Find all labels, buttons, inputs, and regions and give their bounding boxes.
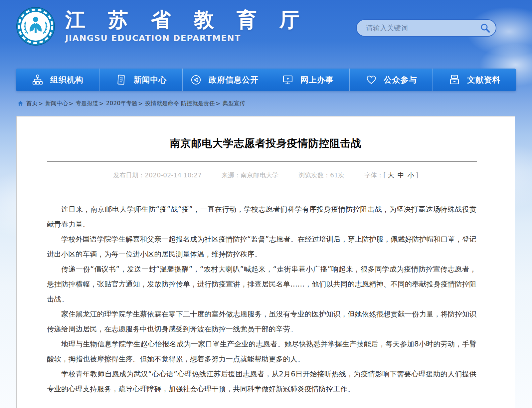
breadcrumb: 首页 > 新闻中心 > 专题报道 > 2020年专题 > 疫情就是命令 防控就是… bbox=[17, 100, 532, 107]
source-value: 南京邮电大学 bbox=[241, 171, 278, 179]
archive-icon bbox=[448, 74, 460, 86]
online-services-icon bbox=[282, 74, 294, 86]
article-title: 南京邮电大学志愿者投身疫情防控阻击战 bbox=[50, 136, 481, 150]
font-size-label: 字体： bbox=[364, 171, 383, 179]
nav-item-gov-info-disclosure[interactable]: 政府信息公开 bbox=[182, 69, 266, 91]
nav-label: 网上办事 bbox=[300, 75, 334, 85]
article-paragraph: 家住黑龙江的理学院学生蔡依霖在零下二十度的室外做志愿服务，虽没有专业的医护知识，… bbox=[47, 306, 476, 336]
nav-label: 组织机构 bbox=[50, 75, 84, 85]
site-logo-emblem bbox=[16, 7, 55, 46]
views-value: 61次 bbox=[330, 171, 344, 179]
article-paragraph: 传递一份“倡议书”，发送一封“温馨提醒”，“农村大喇叭”喊起来，“走街串巷小广播… bbox=[47, 262, 476, 306]
publish-date-value: 2020-02-14 10:27 bbox=[145, 171, 202, 179]
source-label: 来源： bbox=[222, 171, 241, 179]
site-title-english: JIANGSU EDUCATION DEPARTMENT bbox=[65, 33, 307, 43]
breadcrumb-separator: > bbox=[38, 100, 43, 107]
font-size-medium-button[interactable]: 中 bbox=[398, 171, 404, 179]
breadcrumb-item-news-center[interactable]: 新闻中心 bbox=[45, 100, 68, 107]
breadcrumb-separator: > bbox=[99, 100, 104, 107]
breadcrumb-item-2020-topics[interactable]: 2020年专题 bbox=[106, 100, 137, 107]
font-size-small-button[interactable]: 小 bbox=[408, 171, 414, 179]
search-box bbox=[356, 19, 496, 37]
article-paragraph: 地理与生物信息学院学生赵心怡报名成为一家口罩生产企业的志愿者。她尽快熟悉并掌握生… bbox=[47, 336, 476, 366]
article-meta: 发布日期：2020-02-14 10:27 来源：南京邮电大学 浏览次数：61次… bbox=[17, 171, 515, 180]
breadcrumb-separator: > bbox=[69, 100, 73, 107]
heart-icon bbox=[365, 74, 377, 86]
news-icon bbox=[115, 74, 127, 86]
article-paragraph: 连日来，南京邮电大学师生防“疫”战“疫”，一直在行动，学校志愿者们科学有序投身疫… bbox=[47, 202, 476, 232]
site-title: 江 苏 省 教 育 厅 bbox=[65, 9, 307, 31]
bracket: [ bbox=[383, 171, 386, 179]
publish-date-label: 发布日期： bbox=[113, 171, 145, 179]
article-paragraph: 学校外国语学院学生解嘉和父亲一起报名成为社区疫情防控“监督”志愿者。在经过培训后… bbox=[47, 232, 476, 262]
nav-item-organization[interactable]: 组织机构 bbox=[16, 69, 99, 91]
article-body: 连日来，南京邮电大学师生防“疫”战“疫”，一直在行动，学校志愿者们科学有序投身疫… bbox=[17, 202, 515, 408]
site-header: 江 苏 省 教 育 厅 JIANGSU EDUCATION DEPARTMENT bbox=[0, 0, 532, 69]
publish-date: 发布日期：2020-02-14 10:27 bbox=[113, 171, 202, 180]
nav-label: 公众参与 bbox=[384, 75, 417, 85]
article-panel: 南京邮电大学志愿者投身疫情防控阻击战 发布日期：2020-02-14 10:27… bbox=[16, 116, 515, 408]
nav-item-news-center[interactable]: 新闻中心 bbox=[99, 69, 183, 91]
nav-item-online-services[interactable]: 网上办事 bbox=[266, 69, 349, 91]
main-nav: 组织机构 新闻中心 政府信息公开 bbox=[16, 69, 516, 91]
home-icon bbox=[17, 100, 24, 106]
font-size-large-button[interactable]: 大 bbox=[388, 171, 394, 179]
breadcrumb-item-special-reports[interactable]: 专题报道 bbox=[76, 100, 98, 107]
bracket: ] bbox=[416, 171, 418, 179]
article-paragraph: 学校青年教师自愿成为武汉“心心语”心理热线江苏后援团志愿者，从2月6日开始接听热… bbox=[47, 366, 476, 396]
breadcrumb-item-epidemic-topic[interactable]: 疫情就是命令 防控就是责任 bbox=[145, 100, 215, 107]
font-size-control: 字体：[大中小] bbox=[364, 171, 418, 180]
views-label: 浏览次数： bbox=[298, 171, 330, 179]
title-divider bbox=[47, 161, 477, 162]
nav-label: 政府信息公开 bbox=[209, 75, 259, 85]
breadcrumb-item-typical-publicity[interactable]: 典型宣传 bbox=[223, 100, 245, 107]
nav-item-public-participation[interactable]: 公众参与 bbox=[349, 69, 433, 91]
search-button[interactable] bbox=[480, 23, 490, 33]
site-title-block: 江 苏 省 教 育 厅 JIANGSU EDUCATION DEPARTMENT bbox=[65, 9, 307, 43]
view-count: 浏览次数：61次 bbox=[298, 171, 344, 180]
search-input[interactable] bbox=[365, 24, 480, 32]
info-disclosure-icon bbox=[190, 74, 202, 86]
search-icon bbox=[480, 23, 490, 33]
org-chart-icon bbox=[32, 74, 44, 86]
breadcrumb-separator: > bbox=[216, 100, 220, 107]
nav-label: 新闻中心 bbox=[134, 75, 167, 85]
article-source: 来源：南京邮电大学 bbox=[222, 171, 278, 180]
nav-label: 文献资料 bbox=[467, 75, 500, 85]
nav-item-documents[interactable]: 文献资料 bbox=[433, 69, 516, 91]
breadcrumb-separator: > bbox=[138, 100, 143, 107]
page-background: 江 苏 省 教 育 厅 JIANGSU EDUCATION DEPARTMENT bbox=[0, 0, 532, 408]
breadcrumb-item-home[interactable]: 首页 bbox=[26, 100, 38, 107]
